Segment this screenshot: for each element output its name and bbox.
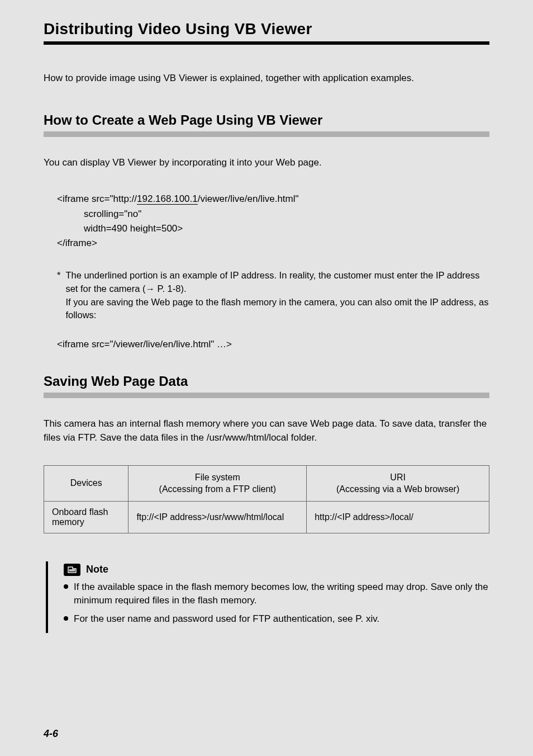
code-line-1: <iframe src="http://192.168.100.1/viewer… xyxy=(57,192,489,206)
section-rule xyxy=(44,393,489,398)
document-page: Distributing Video Using VB Viewer How t… xyxy=(0,0,533,756)
table-header-devices: Devices xyxy=(44,465,129,501)
note-item: If the available space in the flash memo… xyxy=(64,580,489,608)
code-line-2: scrolling="no" xyxy=(57,207,489,221)
note-list: If the available space in the flash memo… xyxy=(64,580,489,626)
iframe-code-block: <iframe src="http://192.168.100.1/viewer… xyxy=(57,192,489,251)
table-header-uri: URI (Accessing via a Web browser) xyxy=(307,465,489,501)
code-text: <iframe src="http:// xyxy=(57,193,137,204)
title-rule xyxy=(44,41,489,45)
page-title: Distributing Video Using VB Viewer xyxy=(44,20,489,38)
footnote-line-2: If you are saving the Web page to the fl… xyxy=(65,296,489,323)
section2-paragraph: This camera has an internal flash memory… xyxy=(44,417,489,445)
section1-paragraph: You can display VB Viewer by incorporati… xyxy=(44,156,489,170)
code-text: /viewer/live/en/live.html" xyxy=(198,193,299,204)
footnote-row: * The underlined portion is an example o… xyxy=(57,269,489,323)
ip-address-example: 192.168.100.1 xyxy=(137,193,198,205)
cell-filesystem: ftp://<IP address>/usr/www/html/local xyxy=(129,501,307,533)
intro-paragraph: How to provide image using VB Viewer is … xyxy=(44,72,489,86)
table-header-line: (Accessing via a Web browser) xyxy=(336,484,459,494)
note-label: Note xyxy=(86,564,108,575)
page-number: 4-6 xyxy=(0,728,533,740)
cell-uri: http://<IP address>/local/ xyxy=(307,501,489,533)
note-header: Note xyxy=(64,564,489,576)
footnote-body: The underlined portion is an example of … xyxy=(65,269,489,323)
code-line-3: width=490 height=500> xyxy=(57,221,489,236)
footnote-block: * The underlined portion is an example o… xyxy=(57,269,489,323)
content-area: Distributing Video Using VB Viewer How t… xyxy=(0,20,533,633)
table-header-row: Devices File system (Accessing from a FT… xyxy=(44,465,489,501)
code-line-4: </iframe> xyxy=(57,236,489,251)
table-header-line: (Accessing from a FTP client) xyxy=(159,484,277,494)
footnote-line-1: The underlined portion is an example of … xyxy=(65,269,489,296)
table-header-line: File system xyxy=(195,472,240,482)
note-icon xyxy=(64,564,80,576)
section-heading-saving-data: Saving Web Page Data xyxy=(44,374,489,389)
section-heading-create-web-page: How to Create a Web Page Using VB Viewer xyxy=(44,112,489,128)
note-block: Note If the available space in the flash… xyxy=(46,561,489,633)
table-header-filesystem: File system (Accessing from a FTP client… xyxy=(129,465,307,501)
storage-table: Devices File system (Accessing from a FT… xyxy=(44,465,489,533)
table-row: Onboard flash memory ftp://<IP address>/… xyxy=(44,501,489,533)
cell-device: Onboard flash memory xyxy=(44,501,129,533)
section-rule xyxy=(44,131,489,137)
footnote-marker: * xyxy=(57,269,60,323)
table-header-line: URI xyxy=(390,472,406,482)
note-item: For the user name and password used for … xyxy=(64,612,489,626)
iframe-code-inline: <iframe src="/viewer/live/en/live.html" … xyxy=(57,339,489,350)
